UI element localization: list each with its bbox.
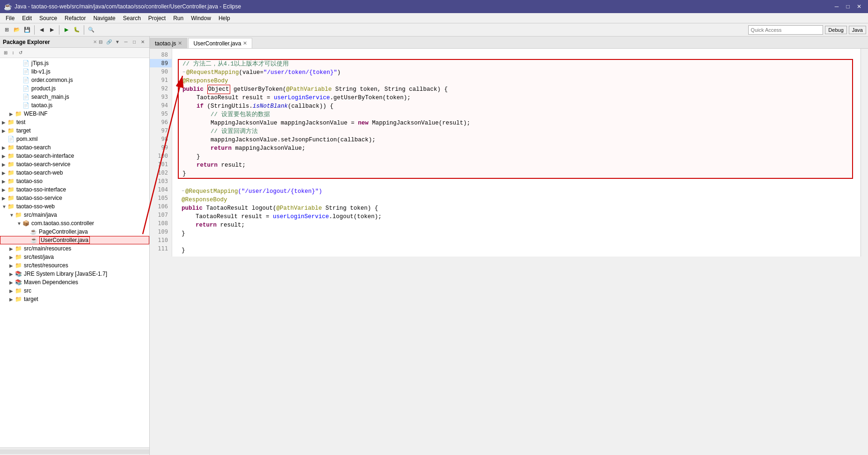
tree-item[interactable]: 📄pom.xml — [0, 135, 149, 143]
tab-user-controller-java[interactable]: UserController.java ✕ — [188, 38, 252, 48]
tree-item[interactable]: ▶📁src/test/java — [0, 253, 149, 261]
pe-toolbar-btn1[interactable]: ⊞ — [2, 49, 9, 57]
code-line — [178, 179, 861, 187]
tree-item[interactable]: ▶📁taotao-sso-interface — [0, 185, 149, 194]
tree-item[interactable]: ▶📁src/test/resources — [0, 261, 149, 270]
tree-item[interactable]: 📄taotao.js — [0, 101, 149, 110]
tree-item[interactable]: ▶📁taotao-search-web — [0, 169, 149, 177]
tree-item[interactable]: ▶📁WEB-INF — [0, 110, 149, 118]
code-token: (value= — [239, 68, 264, 77]
toolbar-run[interactable]: ▶ — [62, 25, 71, 35]
tab-taotao-js[interactable]: taotao.js ✕ — [150, 38, 187, 48]
tree-arrow: ▼ — [17, 221, 22, 226]
tree-item[interactable]: 📄jTips.js — [0, 59, 149, 67]
menu-run[interactable]: Run — [169, 14, 187, 22]
menu-search[interactable]: Search — [119, 14, 145, 22]
tree-item[interactable]: ▶📁src/main/resources — [0, 244, 149, 253]
pe-toolbar-btn2[interactable]: ↕ — [9, 49, 17, 57]
tree-item[interactable]: ▼📁src/main/java — [0, 211, 149, 219]
line-numbers: 8889909192939495969798991001011021031041… — [150, 49, 172, 257]
tree-item[interactable]: 📄order.common.js — [0, 76, 149, 84]
tree-item[interactable]: 📄product.js — [0, 84, 149, 93]
line-number: 109 — [150, 228, 172, 236]
menu-file[interactable]: File — [2, 14, 18, 22]
menu-refactor[interactable]: Refactor — [61, 14, 89, 22]
tree-item[interactable]: ▶📚Maven Dependencies — [0, 278, 149, 286]
window-title: Java - taotao-sso-web/src/main/java/com/… — [15, 3, 832, 10]
tree-item[interactable]: ▼📦com.taotao.sso.controller — [0, 219, 149, 228]
pe-minimize[interactable]: ─ — [122, 38, 130, 46]
code-token: TaotaoResult logout( — [206, 204, 277, 213]
tree-item[interactable]: 📄search_main.js — [0, 93, 149, 101]
pe-bottom-scrollbar[interactable] — [0, 448, 149, 455]
tree-item[interactable]: ▶📁taotao-search-interface — [0, 152, 149, 160]
menu-project[interactable]: Project — [145, 14, 169, 22]
tree-item[interactable]: ▶📁src — [0, 286, 149, 295]
tree-item[interactable]: ▼📁taotao-sso-web — [0, 202, 149, 211]
tree-label: src/test/resources — [24, 262, 68, 269]
tree-item[interactable]: ▶📁taotao-sso-service — [0, 194, 149, 202]
debug-perspective-button[interactable]: Debug — [825, 26, 846, 34]
code-line: // 方法二，从4.1以上版本才可以使用 — [179, 60, 852, 68]
code-token: ("/user/logout/{token}") — [238, 187, 322, 196]
tree-item[interactable]: ▶📁taotao-search-service — [0, 160, 149, 169]
java-perspective-button[interactable]: Java — [849, 26, 866, 34]
tree-item[interactable]: ▶📁test — [0, 118, 149, 126]
menu-source[interactable]: Source — [36, 14, 61, 22]
code-token: // 设置回调方法 — [182, 127, 258, 136]
tab-user-controller-close[interactable]: ✕ — [243, 40, 247, 46]
menu-edit[interactable]: Edit — [18, 14, 36, 22]
toolbar-open[interactable]: 📂 — [12, 25, 22, 35]
close-button[interactable]: ✕ — [854, 1, 864, 12]
pe-close[interactable]: ✕ — [139, 38, 146, 46]
editor-wrapper: taotao.js ✕ UserController.java ✕ 888990… — [150, 37, 868, 455]
code-token: (StringUtils. — [204, 102, 253, 110]
tree-item[interactable]: ▶📚JRE System Library [JavaSE-1.7] — [0, 270, 149, 278]
tree-item[interactable]: ☕UserController.java — [0, 236, 149, 244]
code-token: @RequestMapping — [185, 187, 238, 196]
menu-window[interactable]: Window — [187, 14, 215, 22]
code-token: isNotBlank — [253, 102, 288, 110]
pe-menu[interactable]: ▼ — [114, 38, 121, 46]
pe-horizontal-scrollbar[interactable] — [0, 449, 149, 454]
tree-item[interactable]: 📄lib-v1.js — [0, 67, 149, 76]
quick-access-input[interactable] — [748, 25, 823, 35]
tree-item[interactable]: ▶📁taotao-sso — [0, 177, 149, 185]
fold-indicator[interactable]: − — [182, 68, 185, 77]
toolbar-debug[interactable]: 🐛 — [72, 25, 81, 35]
toolbar-new[interactable]: ⊞ — [2, 25, 11, 35]
code-token: // 设置要包装的数据 — [182, 110, 270, 119]
tree-icon: 📄 — [22, 60, 30, 66]
line-number: 90 — [150, 67, 172, 76]
line-number: 92 — [150, 84, 172, 93]
line-number: 103 — [150, 177, 172, 185]
menu-navigate[interactable]: Navigate — [89, 14, 119, 22]
code-content[interactable]: // 方法二，从4.1以上版本才可以使用−@RequestMapping(val… — [178, 49, 861, 257]
toolbar-search[interactable]: 🔍 — [87, 25, 96, 35]
tab-taotao-js-close[interactable]: ✕ — [178, 40, 182, 46]
maximize-button[interactable]: □ — [843, 1, 853, 12]
code-token: // 方法二，从4.1以上版本才可以使用 — [182, 60, 289, 68]
pe-toolbar-btn3[interactable]: ↺ — [17, 49, 24, 57]
tree-item[interactable]: ☕PageController.java — [0, 228, 149, 236]
tree-item[interactable]: ▶📁target — [0, 295, 149, 303]
pe-toolbar: ⊞ ↕ ↺ — [0, 48, 149, 58]
menu-help[interactable]: Help — [215, 14, 234, 22]
tree-item[interactable]: ▶📁taotao-search — [0, 143, 149, 152]
editor-scrollbar-right[interactable] — [861, 49, 868, 257]
pe-maximize[interactable]: □ — [131, 38, 138, 46]
toolbar-save[interactable]: 💾 — [22, 25, 32, 35]
toolbar-forward[interactable]: ▶ — [47, 25, 57, 35]
fold-indicator[interactable]: − — [182, 187, 184, 196]
code-line: @ResponseBody — [178, 196, 861, 204]
tree-item[interactable]: ▶📁target — [0, 126, 149, 135]
minimize-button[interactable]: ─ — [832, 1, 842, 12]
tree-label: taotao-sso-service — [16, 195, 62, 201]
tree-icon: 📁 — [7, 195, 15, 201]
toolbar-back[interactable]: ◀ — [37, 25, 46, 35]
pe-link-editor[interactable]: 🔗 — [105, 38, 113, 46]
line-number: 108 — [150, 219, 172, 228]
tree-arrow: ▶ — [2, 162, 7, 167]
tree-arrow: ▶ — [2, 154, 7, 159]
pe-collapse-all[interactable]: ⊟ — [97, 38, 104, 46]
